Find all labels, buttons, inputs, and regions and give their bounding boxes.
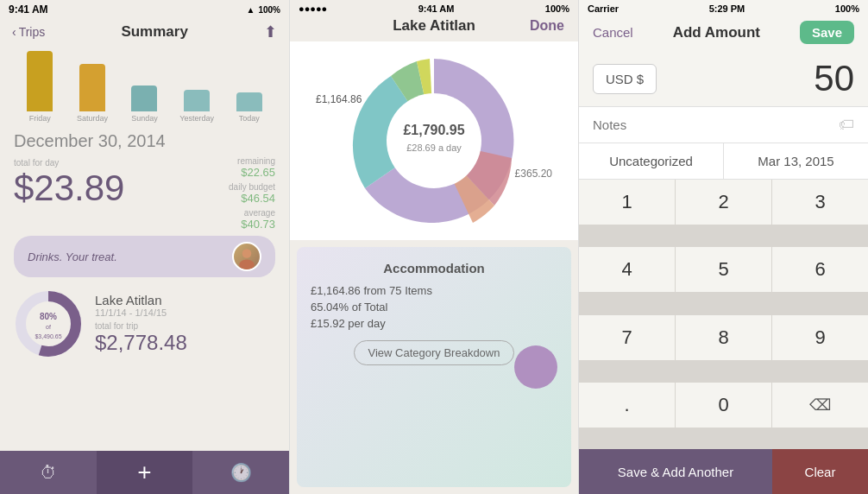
back-label: Trips <box>19 25 46 39</box>
bar-today-bar <box>236 92 262 111</box>
donut-chart: £1,790.95 £28.69 a day <box>339 46 529 236</box>
key-8[interactable]: 8 <box>676 315 771 360</box>
daily-budget-value: $46.54 <box>241 192 275 205</box>
detail-card: Accommodation £1,164.86 from 75 Items 65… <box>297 247 571 487</box>
message-text: Drinks. Your treat. <box>28 250 117 263</box>
status-bar-2: ●●●●● 9:41 AM 100% <box>290 0 578 17</box>
donut-chart-area: £1,164.86 £1,790.95 £28.69 a day £365.20 <box>290 41 578 240</box>
key-6[interactable]: 6 <box>772 247 868 292</box>
panel-lake-atitlan: ●●●●● 9:41 AM 100% Lake Atitlan Done £1,… <box>289 0 578 494</box>
bar-sunday-bar <box>131 86 157 111</box>
trip-dates: 11/1/14 - 1/14/15 <box>95 307 187 318</box>
bar-sunday-label: Sunday <box>131 114 158 123</box>
panel-add-amount: Carrier 5:29 PM 100% Cancel Add Amount S… <box>578 0 868 494</box>
tag-icon: 🏷 <box>839 116 854 134</box>
key-dot[interactable]: . <box>579 383 675 428</box>
time-2: 9:41 AM <box>418 3 455 14</box>
remaining-label: remaining <box>237 156 275 166</box>
page-title-2: Lake Atitlan <box>393 17 475 35</box>
panel-summary: 9:41 AM ▲ 100% ‹ Trips Summary ⬆ Friday … <box>0 0 289 494</box>
detail-title: Accommodation <box>311 261 557 276</box>
tab-add[interactable]: + <box>97 451 193 494</box>
key-2[interactable]: 2 <box>676 180 771 225</box>
key-7[interactable]: 7 <box>579 315 675 360</box>
trip-info: Lake Atitlan 11/1/14 - 1/14/15 total for… <box>95 293 187 355</box>
avatar <box>232 242 261 271</box>
share-icon[interactable]: ⬆ <box>264 22 277 41</box>
svg-point-7 <box>387 93 481 188</box>
bar-yesterday-bar <box>184 90 210 111</box>
key-5[interactable]: 5 <box>676 247 771 292</box>
daily-budget-label: daily budget <box>229 182 275 192</box>
daily-budget-group: daily budget $46.54 <box>229 182 275 205</box>
bottom-tab-bar: ⏱ + 🕐 <box>0 451 289 494</box>
cancel-button[interactable]: Cancel <box>593 25 633 40</box>
detail-circle <box>514 345 557 389</box>
battery-2: 100% <box>545 3 569 14</box>
total-day-label: total for day <box>14 158 124 168</box>
nav-bar-2: Lake Atitlan Done <box>290 17 578 41</box>
total-day-amount: $23.89 <box>14 168 124 209</box>
svg-text:£1,790.95: £1,790.95 <box>403 123 464 137</box>
svg-text:of: of <box>46 324 51 330</box>
view-breakdown-button[interactable]: View Category Breakdown <box>354 340 515 365</box>
remaining-value: $22.65 <box>241 166 275 179</box>
battery-3: 100% <box>835 3 859 14</box>
currency-selector[interactable]: USD $ <box>593 64 657 94</box>
back-button[interactable]: ‹ Trips <box>12 25 45 39</box>
bar-sunday: Sunday <box>122 86 167 123</box>
trip-name: Lake Atitlan <box>95 293 187 307</box>
trip-total-label: total for trip <box>95 321 187 331</box>
key-4[interactable]: 4 <box>579 247 675 292</box>
detail-line3: £15.92 per day <box>311 317 557 330</box>
date-picker[interactable]: Mar 13, 2015 <box>724 143 868 179</box>
category-picker[interactable]: Uncategorized <box>579 143 724 179</box>
bar-today: Today <box>226 92 272 123</box>
budget-right-section: remaining $22.65 daily budget $46.54 ave… <box>229 156 275 231</box>
svg-point-0 <box>242 249 252 258</box>
budget-row: total for day $23.89 remaining $22.65 da… <box>0 156 289 231</box>
bar-yesterday-label: Yesterday <box>179 114 214 123</box>
battery-1: ▲ 100% <box>247 5 280 15</box>
tab-timer[interactable]: ⏱ <box>0 451 97 494</box>
svg-point-1 <box>239 260 255 270</box>
bar-saturday-label: Saturday <box>77 114 108 123</box>
page-title-3: Add Amount <box>673 24 760 41</box>
picker-row: Uncategorized Mar 13, 2015 <box>579 143 868 180</box>
key-backspace[interactable]: ⌫ <box>772 383 868 428</box>
save-add-button[interactable]: Save & Add Another <box>579 449 772 494</box>
nav-bar-3: Cancel Add Amount Save <box>579 17 868 51</box>
clear-button[interactable]: Clear <box>772 449 868 494</box>
key-0[interactable]: 0 <box>676 383 771 428</box>
status-bar-1: 9:41 AM ▲ 100% <box>0 0 289 19</box>
done-button[interactable]: Done <box>530 18 564 34</box>
notes-input[interactable] <box>593 117 839 132</box>
bar-chart-area: Friday Saturday Sunday Yesterday Today <box>0 48 289 126</box>
dots-icon: ●●●●● <box>299 3 327 14</box>
trip-donut: 80% of $3,490.65 <box>14 289 83 358</box>
average-label: average <box>244 208 275 218</box>
time-1: 9:41 AM <box>9 3 48 16</box>
header-save-button[interactable]: Save <box>800 21 854 44</box>
bar-saturday-bar <box>79 64 105 111</box>
donut-label-left: £1,164.86 <box>316 93 362 105</box>
bottom-actions: Save & Add Another Clear <box>579 449 868 494</box>
status-bar-3: Carrier 5:29 PM 100% <box>579 0 868 17</box>
current-date: December 30, 2014 <box>14 131 166 150</box>
nav-bar-1: ‹ Trips Summary ⬆ <box>0 19 289 48</box>
tab-history[interactable]: 🕐 <box>192 451 289 494</box>
key-3[interactable]: 3 <box>772 180 868 225</box>
key-1[interactable]: 1 <box>579 180 675 225</box>
total-day-section: total for day $23.89 <box>14 156 124 231</box>
svg-text:80%: 80% <box>40 312 57 321</box>
time-3: 5:29 PM <box>709 3 745 14</box>
date-section: December 30, 2014 <box>0 126 289 155</box>
key-9[interactable]: 9 <box>772 315 868 360</box>
average-group: average $40.73 <box>241 208 275 231</box>
bar-today-label: Today <box>239 114 260 123</box>
wifi-icon: ▲ <box>247 5 255 15</box>
trip-section[interactable]: 80% of $3,490.65 Lake Atitlan 11/1/14 - … <box>0 282 289 365</box>
bar-chart: Friday Saturday Sunday Yesterday Today <box>9 54 280 123</box>
average-value: $40.73 <box>241 218 275 231</box>
svg-text:£28.69 a day: £28.69 a day <box>406 142 462 153</box>
